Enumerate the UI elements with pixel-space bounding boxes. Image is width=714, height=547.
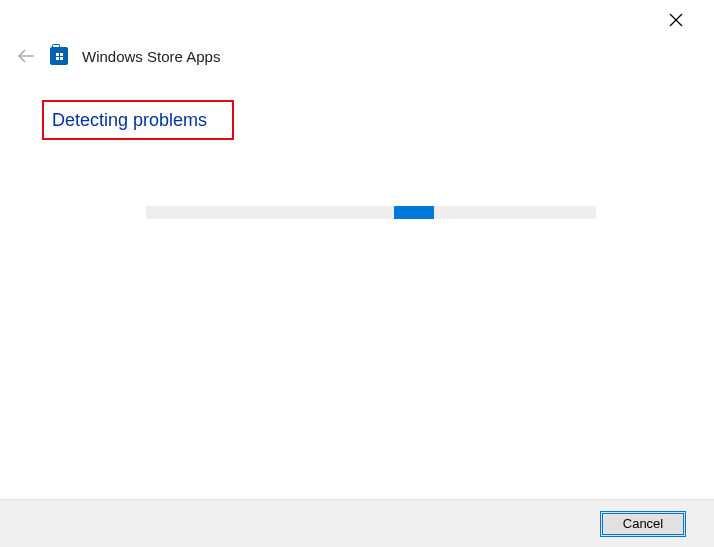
footer: Cancel — [0, 499, 714, 547]
store-icon — [50, 47, 68, 65]
app-title: Windows Store Apps — [82, 48, 220, 65]
cancel-button[interactable]: Cancel — [600, 511, 686, 537]
close-icon — [669, 13, 683, 27]
header: Windows Store Apps — [16, 46, 220, 66]
back-arrow-icon — [17, 49, 35, 63]
highlight-annotation: Detecting problems — [42, 100, 234, 140]
status-heading: Detecting problems — [52, 110, 207, 131]
titlebar — [0, 0, 714, 40]
progress-bar — [146, 206, 596, 219]
progress-indicator — [394, 206, 434, 219]
close-button[interactable] — [656, 5, 696, 35]
back-button[interactable] — [16, 46, 36, 66]
